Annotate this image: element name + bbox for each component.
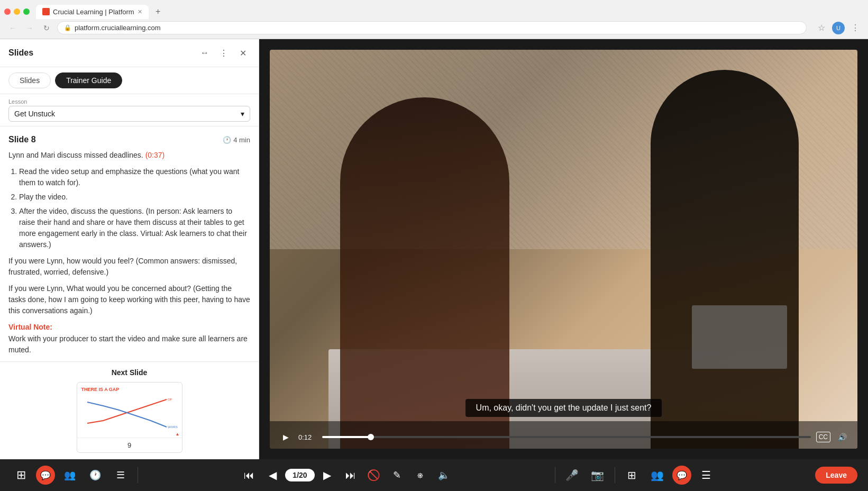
play-button[interactable]: ▶ <box>278 430 293 444</box>
fullscreen-light[interactable] <box>23 8 30 15</box>
network-btn[interactable]: ⎈ <box>410 465 431 486</box>
split-view-btn[interactable]: ⊞ <box>622 465 643 486</box>
forward-button[interactable]: → <box>23 22 36 34</box>
clock-icon: 🕐 <box>223 136 231 144</box>
thumb-slide-title: THERE IS A GAP <box>81 387 178 392</box>
lesson-label: Lesson <box>8 98 250 105</box>
question-1: If you were Lynn, how would you feel? (C… <box>8 256 250 278</box>
pen-btn[interactable]: ✎ <box>387 465 408 486</box>
lock-icon: 🔒 <box>64 24 71 31</box>
slide-header: Slide 8 🕐 4 min <box>8 135 250 144</box>
next-slide-section: Next Slide THERE IS A GAP OF WORSE ▲ <box>0 361 259 459</box>
virtual-note-text: Work with your producer to start the vid… <box>8 333 250 356</box>
current-time: 0:12 <box>298 433 317 441</box>
tab-slides[interactable]: Slides <box>8 72 51 88</box>
svg-text:WORSE: WORSE <box>168 425 178 429</box>
close-light[interactable] <box>4 8 11 15</box>
progress-bar[interactable] <box>322 436 811 438</box>
subtitle-box: Um, okay, didn't you get the update I ju… <box>465 399 662 417</box>
progress-thumb <box>368 434 374 440</box>
tabs-row: Slides Trainer Guide <box>0 67 259 94</box>
microphone-btn[interactable]: 🎤 <box>562 465 583 486</box>
question-2: If you were Lynn, What would you be conc… <box>8 283 250 316</box>
sidebar-title: Slides <box>8 48 33 58</box>
lesson-selector: Lesson Get Unstuck ▾ <box>0 94 259 126</box>
more-options-icon[interactable]: ⋮ <box>216 46 231 60</box>
last-slide-btn[interactable]: ⏭ <box>340 465 361 486</box>
next-slide-btn[interactable]: ▶ <box>317 465 338 486</box>
captions-btn[interactable]: CC <box>816 432 830 442</box>
grid-layout-btn[interactable]: ⊞ <box>11 465 32 486</box>
slide-description: Lynn and Mari discuss missed deadlines. … <box>8 150 250 161</box>
expand-icon[interactable]: ↔ <box>197 46 212 60</box>
tab-favicon <box>42 8 50 15</box>
step-3: After the video, discuss the questions. … <box>19 206 250 250</box>
bottom-toolbar: ⊞ 💬 👥 🕐 ☰ ⏮ ◀ 1/20 ▶ ⏭ 🚫 ✎ ⎈ 🔈 🎤 📷 ⊞ 👥 💬… <box>0 459 868 491</box>
more-btn[interactable]: ⋮ <box>849 22 862 34</box>
active-tab[interactable]: Crucial Learning | Platform ✕ <box>36 5 149 19</box>
virtual-note-label: Virtual Note: <box>8 323 250 331</box>
menu-btn[interactable]: ☰ <box>110 465 131 486</box>
back-button[interactable]: ← <box>6 22 19 34</box>
prev-slide-btn[interactable]: ◀ <box>262 465 283 486</box>
tab-title: Crucial Learning | Platform <box>53 8 134 16</box>
slide-content: Slide 8 🕐 4 min Lynn and Mari discuss mi… <box>0 126 259 361</box>
nav-controls: ⏮ ◀ 1/20 ▶ ⏭ 🚫 ✎ ⎈ 🔈 <box>239 465 454 486</box>
lesson-value: Get Unstuck <box>14 110 55 118</box>
volume-speaker-btn[interactable]: 🔈 <box>433 465 454 486</box>
progress-fill <box>322 436 371 438</box>
subtitle-text: Um, okay, didn't you get the update I ju… <box>476 403 652 412</box>
address-bar[interactable]: 🔒 platform.cruciallearning.com <box>57 21 807 34</box>
chevron-down-icon: ▾ <box>241 110 244 118</box>
leave-button[interactable]: Leave <box>815 467 857 484</box>
sidebar-header: Slides ↔ ⋮ ✕ <box>0 39 259 67</box>
description-text: Lynn and Mari discuss missed deadlines. <box>8 151 143 159</box>
tab-close-btn[interactable]: ✕ <box>138 8 142 15</box>
svg-text:OF: OF <box>168 398 172 401</box>
bookmark-btn[interactable]: ☆ <box>815 22 828 34</box>
video-area: Um, okay, didn't you get the update I ju… <box>259 39 868 459</box>
options-btn[interactable]: ☰ <box>696 465 717 486</box>
time-code: (0:37) <box>145 151 165 159</box>
refresh-button[interactable]: ↻ <box>40 22 53 34</box>
video-frame: Um, okay, didn't you get the update I ju… <box>270 50 857 449</box>
divider-3 <box>615 467 615 483</box>
chat-btn[interactable]: 💬 <box>672 466 691 485</box>
video-controls: ▶ 0:12 CC 🔊 <box>276 425 851 444</box>
video-container: Um, okay, didn't you get the update I ju… <box>270 50 857 449</box>
slide-time: 4 min <box>233 136 250 144</box>
thumb-chart: OF WORSE <box>81 394 178 431</box>
traffic-lights <box>4 8 30 15</box>
camera-btn[interactable]: 📷 <box>587 465 608 486</box>
volume-btn[interactable]: 🔊 <box>836 431 849 443</box>
lesson-dropdown[interactable]: Get Unstuck ▾ <box>8 106 250 122</box>
divider-2 <box>555 467 555 483</box>
participants-btn[interactable]: 👥 <box>59 465 80 486</box>
next-slide-thumbnail[interactable]: THERE IS A GAP OF WORSE ▲ 9 <box>77 382 182 453</box>
new-tab-button[interactable]: + <box>151 4 166 19</box>
time-badge: 🕐 4 min <box>223 136 250 144</box>
step-2: Play the video. <box>19 192 250 203</box>
notification-btn[interactable]: 💬 <box>36 466 55 485</box>
next-slide-label: Next Slide <box>8 368 250 377</box>
browser-chrome: Crucial Learning | Platform ✕ + ← → ↻ 🔒 … <box>0 0 868 39</box>
tab-trainer-guide[interactable]: Trainer Guide <box>55 72 122 88</box>
slide-counter: 1/20 <box>285 469 314 481</box>
slide-number: Slide 8 <box>8 135 36 144</box>
url-text: platform.cruciallearning.com <box>75 24 161 32</box>
divider-1 <box>138 467 138 483</box>
no-entry-btn[interactable]: 🚫 <box>363 465 385 486</box>
sidebar: Slides ↔ ⋮ ✕ Slides Trainer Guide Lesson… <box>0 39 259 459</box>
thumb-slide-number: 9 <box>77 438 182 452</box>
person-right <box>651 70 799 449</box>
team-btn[interactable]: 👥 <box>647 465 668 486</box>
user-avatar[interactable]: U <box>832 22 845 34</box>
close-sidebar-icon[interactable]: ✕ <box>235 46 250 60</box>
thumb-content: THERE IS A GAP OF WORSE ▲ <box>77 383 182 438</box>
video-controls-overlay: ▶ 0:12 CC 🔊 <box>270 421 857 449</box>
first-slide-btn[interactable]: ⏮ <box>239 465 260 486</box>
sidebar-header-actions: ↔ ⋮ ✕ <box>197 46 250 60</box>
timer-btn[interactable]: 🕐 <box>85 465 106 486</box>
minimize-light[interactable] <box>14 8 20 15</box>
thumb-corner-label: ▲ <box>176 432 180 437</box>
